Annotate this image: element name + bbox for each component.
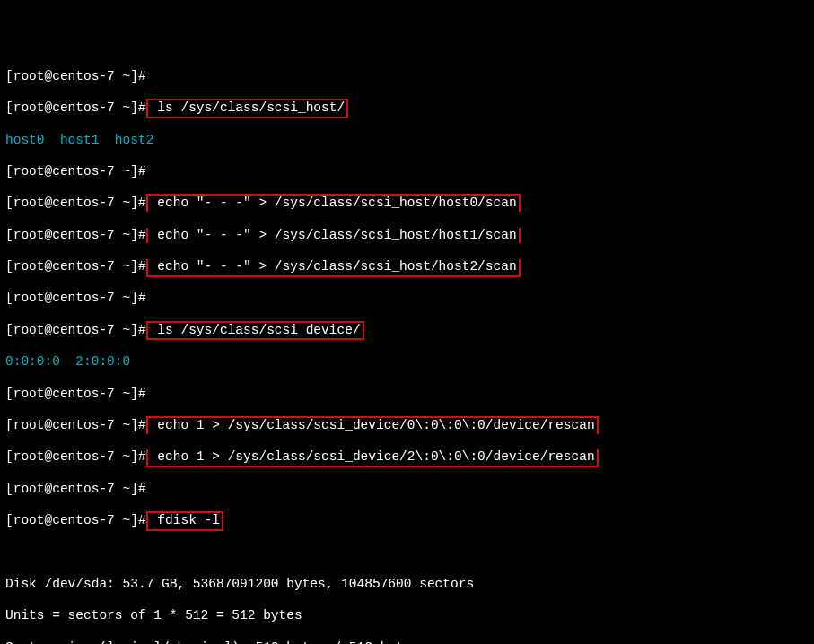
highlight-cmd-fdisk: fdisk -l <box>146 511 223 531</box>
fdisk-output: Units = sectors of 1 * 512 = 512 bytes <box>5 608 809 624</box>
terminal-line: [root@centos-7 ~]# ls /sys/class/scsi_de… <box>5 323 809 339</box>
command-text: echo "- - -" > /sys/class/scsi_host/host… <box>150 228 517 242</box>
prompt: [root@centos-7 ~]# <box>5 449 146 464</box>
terminal-line: [root@centos-7 ~]# <box>5 69 809 85</box>
command-text: echo 1 > /sys/class/scsi_device/2\:0\:0\… <box>150 449 595 464</box>
command-text: ls /sys/class/scsi_host/ <box>150 100 346 115</box>
terminal-line: [root@centos-7 ~]# echo 1 > /sys/class/s… <box>5 418 809 434</box>
terminal-line: [root@centos-7 ~]# echo "- - -" > /sys/c… <box>5 228 809 244</box>
highlight-cmd-ls-scsi-device: ls /sys/class/scsi_device/ <box>146 321 364 341</box>
prompt: [root@centos-7 ~]# <box>5 69 146 83</box>
highlight-cmd-rescan-0: echo 1 > /sys/class/scsi_device/0\:0\:0\… <box>146 416 599 434</box>
command-text: echo "- - -" > /sys/class/scsi_host/host… <box>150 196 517 210</box>
highlight-cmd-ls-scsi-host: ls /sys/class/scsi_host/ <box>146 99 349 118</box>
prompt: [root@centos-7 ~]# <box>5 228 146 242</box>
terminal-line: [root@centos-7 ~]# fdisk -l <box>5 513 809 529</box>
prompt: [root@centos-7 ~]# <box>5 291 146 305</box>
prompt: [root@centos-7 ~]# <box>5 387 146 401</box>
terminal-line: [root@centos-7 ~]# echo "- - -" > /sys/c… <box>5 259 809 275</box>
terminal-line: [root@centos-7 ~]# echo "- - -" > /sys/c… <box>5 196 809 212</box>
command-text: echo "- - -" > /sys/class/scsi_host/host… <box>150 259 517 274</box>
fdisk-output: Sector size (logical/physical): 512 byte… <box>5 640 809 645</box>
highlight-cmd-echo-host0: echo "- - -" > /sys/class/scsi_host/host… <box>146 194 521 212</box>
prompt: [root@centos-7 ~]# <box>5 259 146 274</box>
command-text: ls /sys/class/scsi_device/ <box>150 323 361 337</box>
highlight-cmd-echo-host1: echo "- - -" > /sys/class/scsi_host/host… <box>146 228 521 244</box>
fdisk-output: Disk /dev/sda: 53.7 GB, 53687091200 byte… <box>5 577 809 593</box>
terminal-line: [root@centos-7 ~]# echo 1 > /sys/class/s… <box>5 449 809 466</box>
blank-line <box>5 544 809 561</box>
terminal-line: [root@centos-7 ~]# <box>5 164 809 180</box>
prompt: [root@centos-7 ~]# <box>5 100 146 115</box>
highlight-cmd-echo-host2: echo "- - -" > /sys/class/scsi_host/host… <box>146 259 521 277</box>
command-text: fdisk -l <box>150 513 220 527</box>
output-hosts: host0 host1 host2 <box>5 133 809 149</box>
terminal-line: [root@centos-7 ~]# <box>5 291 809 307</box>
prompt: [root@centos-7 ~]# <box>5 196 146 210</box>
prompt: [root@centos-7 ~]# <box>5 418 146 432</box>
output-devices: 0:0:0:0 2:0:0:0 <box>5 354 809 370</box>
terminal-line: [root@centos-7 ~]# ls /sys/class/scsi_ho… <box>5 100 809 117</box>
prompt: [root@centos-7 ~]# <box>5 482 146 496</box>
prompt: [root@centos-7 ~]# <box>5 323 146 337</box>
prompt: [root@centos-7 ~]# <box>5 164 146 178</box>
prompt: [root@centos-7 ~]# <box>5 513 146 527</box>
terminal-line: [root@centos-7 ~]# <box>5 387 809 403</box>
terminal-line: [root@centos-7 ~]# <box>5 482 809 498</box>
command-text: echo 1 > /sys/class/scsi_device/0\:0\:0\… <box>150 418 595 432</box>
highlight-cmd-rescan-2: echo 1 > /sys/class/scsi_device/2\:0\:0\… <box>146 449 599 467</box>
